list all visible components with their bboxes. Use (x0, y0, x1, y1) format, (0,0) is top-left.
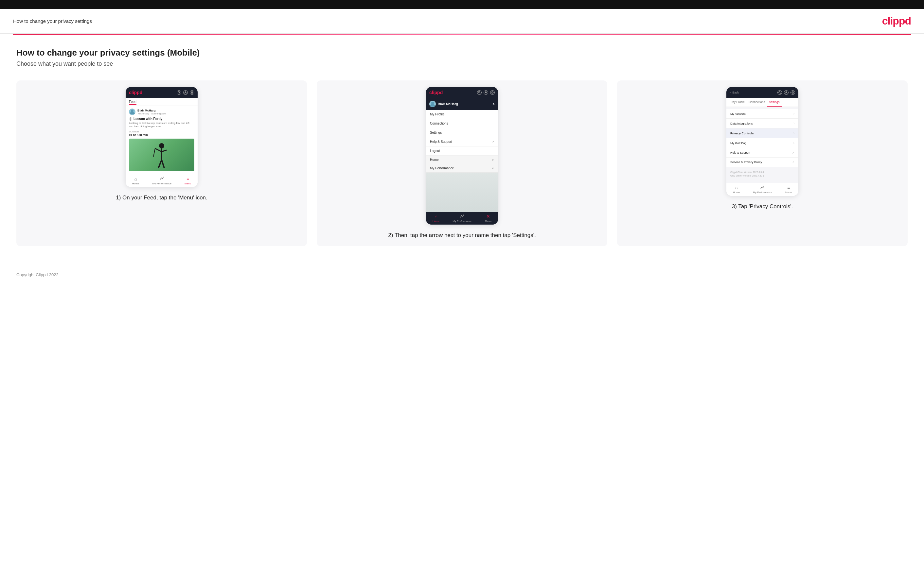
phone-2-icons (477, 90, 495, 95)
nav-menu-label-2: Menu (485, 220, 491, 222)
svg-line-13 (158, 160, 162, 168)
menu-section-home[interactable]: Home ∨ (426, 156, 498, 164)
chart-icon (160, 176, 164, 181)
step-3-caption: 3) Tap 'Privacy Controls'. (732, 202, 793, 211)
main-content: How to change your privacy settings (Mob… (0, 35, 924, 266)
tab-myprofile[interactable]: My Profile (730, 98, 747, 106)
svg-point-16 (478, 92, 480, 93)
user-icon[interactable] (183, 90, 188, 95)
svg-line-15 (162, 150, 166, 152)
phone-1-icons (177, 90, 194, 95)
menu-item-helpsupport[interactable]: Help & Support ↗ (426, 137, 498, 147)
settings-tabs: My Profile Connections Settings (726, 98, 798, 107)
feed-user-row: Blair McHarg Yesterday · Sunningdale (129, 108, 194, 115)
user-icon-2[interactable] (484, 90, 488, 95)
nav-menu-3[interactable]: ≡ Menu (785, 185, 792, 194)
svg-line-24 (780, 93, 781, 93)
tab-settings[interactable]: Settings (767, 98, 782, 106)
svg-point-23 (779, 92, 780, 93)
settings-item-dataintegrations-label: Data Integrations (730, 122, 753, 125)
menu-section-performance[interactable]: My Performance ∨ (426, 164, 498, 172)
settings-list: My Account › Data Integrations › Privacy… (726, 107, 798, 183)
back-chevron-icon: < (730, 91, 731, 94)
settings-item-servicepolicy[interactable]: Service & Privacy Policy ↗ (726, 158, 798, 167)
step-2-card: clippd (317, 81, 607, 246)
feed-tab[interactable]: Feed (126, 98, 198, 106)
svg-line-11 (155, 148, 162, 152)
menu-icon: ≡ (186, 176, 189, 181)
menu-avatar (429, 101, 436, 107)
settings-icon-3[interactable] (790, 90, 795, 95)
phone-3-navbar: < Back (726, 87, 798, 98)
chevron-down-icon: ∨ (492, 158, 494, 161)
nav-home-2[interactable]: ⌂ Home (433, 214, 439, 222)
nav-menu-label: Menu (184, 182, 191, 185)
menu-item-logout[interactable]: Logout (426, 147, 498, 156)
menu-user-left: Blair McHarg (429, 101, 458, 107)
arrow-icon-4: › (793, 141, 795, 145)
nav-performance-label-2: My Performance (452, 220, 472, 222)
nav-menu-2[interactable]: ✕ Menu (485, 214, 491, 222)
back-label: Back (732, 91, 739, 94)
nav-home-label-3: Home (733, 191, 740, 194)
search-icon-2[interactable] (477, 90, 481, 95)
nav-menu-label-3: Menu (785, 191, 792, 194)
settings-icon-2[interactable] (490, 90, 495, 95)
tab-connections-label: Connections (749, 100, 765, 104)
settings-item-privacycontrols[interactable]: Privacy Controls › (726, 129, 798, 138)
chevron-up-icon: ∧ (493, 102, 495, 106)
lesson-desc: Looking to feel like my hands are exitin… (129, 122, 194, 129)
home-icon-2: ⌂ (435, 214, 437, 219)
nav-home[interactable]: ⌂ Home (132, 176, 139, 185)
phone-1-navbar: clippd (126, 87, 198, 98)
step-1-phone: clippd Feed (126, 87, 198, 187)
search-icon-3[interactable] (777, 90, 782, 95)
nav-performance-2[interactable]: My Performance (452, 214, 472, 222)
settings-item-dataintegrations[interactable]: Data Integrations › (726, 119, 798, 129)
svg-point-8 (130, 118, 131, 120)
back-button[interactable]: < Back (730, 91, 739, 94)
menu-item-logout-label: Logout (430, 149, 440, 153)
footer: Copyright Clippd 2022 (0, 266, 924, 284)
menu-item-myprofile[interactable]: My Profile (426, 110, 498, 119)
feed-tab-label: Feed (129, 100, 136, 105)
svg-line-14 (162, 160, 164, 168)
top-bar (0, 0, 924, 9)
search-icon[interactable] (177, 90, 181, 95)
svg-point-0 (178, 92, 179, 93)
page-title: How to change your privacy settings (Mob… (16, 48, 908, 58)
nav-performance[interactable]: My Performance (152, 176, 171, 185)
menu-user-row[interactable]: Blair McHarg ∧ (426, 98, 498, 110)
phone-2-navbar: clippd (426, 87, 498, 98)
settings-item-myaccount[interactable]: My Account › (726, 109, 798, 119)
tab-myprofile-label: My Profile (732, 100, 745, 104)
svg-line-1 (179, 93, 180, 93)
arrow-icon-3: › (793, 131, 795, 135)
user-icon-3[interactable] (784, 90, 788, 95)
menu-item-connections[interactable]: Connections (426, 119, 498, 128)
settings-icon[interactable] (190, 90, 194, 95)
external-link-icon: ↗ (492, 140, 494, 143)
header-title: How to change your privacy settings (13, 18, 92, 24)
phone-1-logo: clippd (129, 90, 142, 95)
chart-icon-2 (460, 214, 465, 219)
menu-item-myprofile-label: My Profile (430, 113, 444, 116)
menu-item-settings[interactable]: Settings (426, 128, 498, 137)
arrow-icon-2: › (793, 122, 795, 125)
settings-item-mygolfbag[interactable]: My Golf Bag › (726, 138, 798, 148)
chart-icon-3 (761, 185, 765, 190)
phone-1-bottom-nav: ⌂ Home My Performance ≡ Menu (126, 174, 198, 187)
nav-home-3[interactable]: ⌂ Home (733, 185, 740, 194)
nav-performance-3[interactable]: My Performance (753, 185, 772, 194)
phone-2-bottom-nav: ⌂ Home My Performance ✕ Menu (426, 212, 498, 225)
external-link-icon-2: ↗ (792, 152, 795, 154)
feed-card: Blair McHarg Yesterday · Sunningdale Les… (126, 106, 198, 174)
nav-menu[interactable]: ≡ Menu (184, 176, 191, 185)
home-icon-3: ⌂ (735, 185, 738, 190)
settings-item-helpsupport[interactable]: Help & Support ↗ (726, 148, 798, 158)
tab-connections[interactable]: Connections (747, 98, 767, 106)
logo: clippd (882, 15, 911, 27)
menu-section-home-label: Home (430, 158, 439, 161)
svg-point-3 (191, 92, 192, 93)
svg-line-12 (153, 148, 155, 156)
